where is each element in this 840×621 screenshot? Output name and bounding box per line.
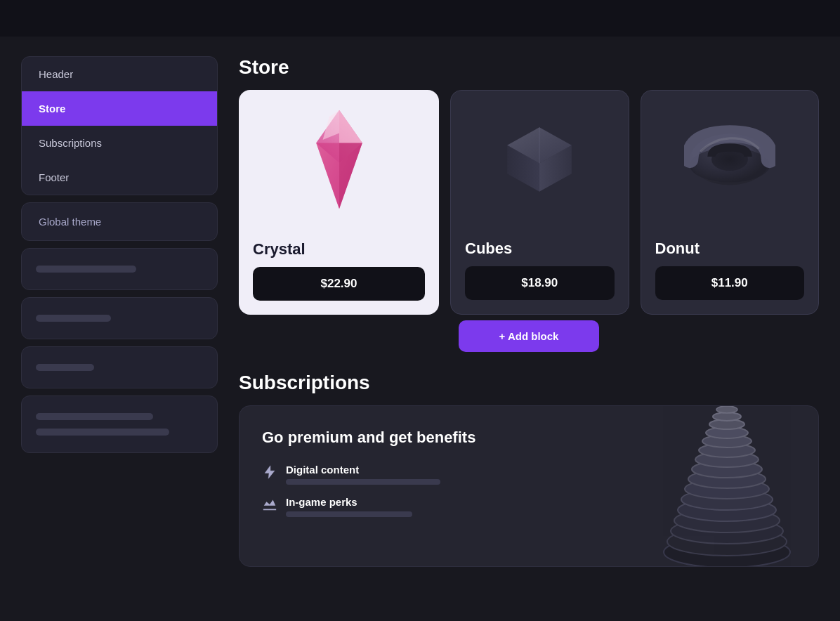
benefit-digital-content: Digital content [262,464,556,485]
svg-marker-4 [316,143,339,209]
crystal-price-button[interactable]: $22.90 [253,267,425,301]
sidebar-item-subscriptions[interactable]: Subscriptions [22,126,217,160]
subscriptions-card: Go premium and get benefits Digital cont… [239,405,819,567]
crystal-image-area [239,90,439,229]
add-block-container: + Add block [239,320,819,352]
svg-point-30 [716,406,737,413]
crystal-name: Crystal [253,240,425,259]
sidebar: Header Store Subscriptions Footer Global… [21,56,218,600]
subscriptions-content: Go premium and get benefits Digital cont… [262,429,556,517]
sidebar-item-header[interactable]: Header [22,57,217,91]
svg-point-29 [713,412,741,421]
subscriptions-section: Subscriptions Go premium and get benefit… [239,372,819,567]
store-cards: Crystal $22.90 [239,90,819,315]
digital-content-bar [286,479,440,485]
add-block-button[interactable]: + Add block [459,320,599,352]
global-theme-section[interactable]: Global theme [21,202,218,241]
store-card-cubes: Cubes $18.90 [450,90,629,315]
store-card-crystal: Crystal $22.90 [239,90,439,315]
svg-marker-2 [339,110,362,143]
main-content: Store [239,56,819,600]
sidebar-block-4 [21,396,218,453]
store-card-donut: Donut $11.90 [641,90,820,315]
sidebar-block-1 [21,248,218,290]
top-bar [0,0,840,37]
donut-name: Donut [655,240,805,258]
cube-3d-icon [501,121,578,198]
crown-icon [262,497,277,512]
donut-price-button[interactable]: $11.90 [655,266,805,300]
cubes-name: Cubes [465,240,615,258]
donut-image-area [641,91,819,228]
cubes-price-button[interactable]: $18.90 [465,266,615,300]
sidebar-block-2 [21,297,218,339]
placeholder-bar [36,429,169,436]
crystal-gem-icon [294,107,385,212]
crystal-card-footer: Crystal $22.90 [239,229,439,315]
subscriptions-card-title: Go premium and get benefits [262,429,556,447]
bolt-icon [262,464,277,480]
digital-content-label: Digital content [286,464,440,476]
donut-3d-icon [684,121,775,198]
sidebar-block-3 [21,346,218,388]
digital-content-text: Digital content [286,464,440,485]
sidebar-item-store[interactable]: Store [22,91,217,126]
svg-marker-3 [339,143,362,209]
ingame-perks-bar [286,511,412,517]
benefit-ingame-perks: In-game perks [262,496,556,517]
placeholder-bar [36,413,153,420]
placeholder-bar [36,266,136,273]
cubes-image-area [451,91,629,228]
svg-point-14 [690,148,770,183]
store-section: Store [239,56,819,352]
store-title: Store [239,56,819,79]
sidebar-nav: Header Store Subscriptions Footer [21,56,218,195]
placeholder-bar [36,364,94,371]
donut-card-footer: Donut $11.90 [641,228,819,314]
cubes-card-footer: Cubes $18.90 [451,228,629,314]
subscriptions-title: Subscriptions [239,372,819,394]
spiral-3d-decoration [629,405,819,567]
ingame-perks-text: In-game perks [286,496,412,517]
sidebar-item-footer[interactable]: Footer [22,160,217,195]
ingame-perks-label: In-game perks [286,496,412,508]
placeholder-bar [36,315,111,322]
